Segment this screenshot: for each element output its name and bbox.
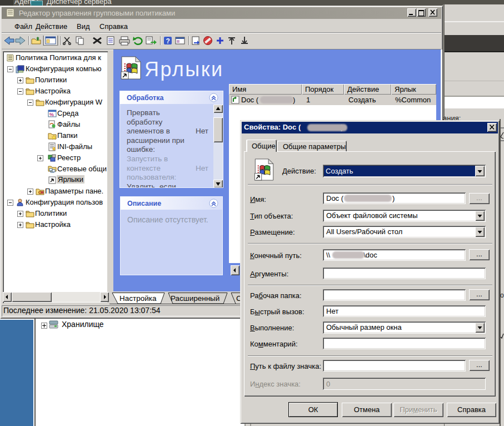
svg-text:%: % — [49, 112, 54, 117]
svg-text:Расширенный: Расширенный — [171, 294, 219, 303]
svg-text:Настройка: Настройка — [119, 294, 157, 303]
svg-text:?: ? — [166, 37, 170, 45]
